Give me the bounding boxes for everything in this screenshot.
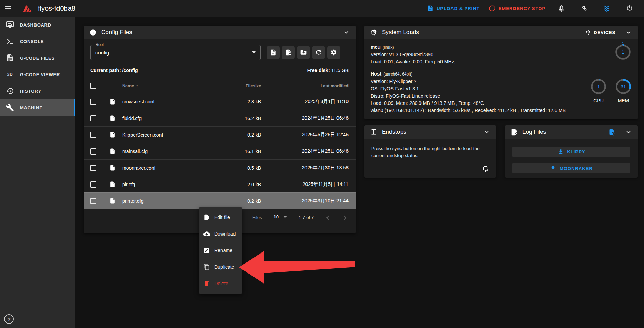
root-select-label: Root — [94, 42, 105, 47]
klippy-log-button[interactable]: KLIPPY — [512, 147, 630, 157]
collapse-chevron-icon[interactable] — [625, 128, 632, 136]
endstops-panel: Endstops Press the sync-button on the ri… — [364, 125, 496, 178]
file-row[interactable]: plr.cfg 2.0 kB 2025年11月5日 14:11 — [84, 176, 356, 192]
row-checkbox[interactable] — [90, 181, 96, 188]
wrench-icon — [6, 103, 14, 112]
duplicate-icon — [203, 264, 210, 270]
collapse-chevron-icon[interactable] — [625, 29, 632, 36]
file-edit-icon — [510, 128, 518, 136]
info-icon — [89, 29, 97, 36]
notifications-bell-icon[interactable] — [554, 1, 568, 15]
devices-label: DEVICES — [594, 30, 615, 35]
column-header-filesize[interactable]: Filesize — [213, 83, 261, 88]
collapse-chevron-icon[interactable] — [483, 128, 490, 136]
fly-layers-icon[interactable] — [600, 1, 614, 15]
file-edit-icon — [203, 214, 210, 221]
panel-title: Endstops — [382, 129, 406, 136]
trash-icon — [203, 280, 210, 287]
menu-icon[interactable] — [0, 0, 17, 17]
next-page-button[interactable] — [341, 213, 350, 222]
sidebar-item-history[interactable]: HISTORY — [0, 83, 75, 99]
row-checkbox[interactable] — [90, 132, 96, 138]
config-files-header: Config Files — [84, 26, 356, 39]
download-icon — [558, 149, 564, 155]
sidebar-item-gcode-files[interactable]: G-CODE FILES — [0, 50, 75, 66]
upload-print-button[interactable]: UPLOAD & PRINT — [427, 5, 480, 12]
endstops-message: Press the sync-button on the right-botto… — [364, 139, 488, 159]
file-row-selected[interactable]: printer.cfg 0.2 kB 2025年3月10日 21:44 — [84, 192, 356, 209]
host-name: Host — [371, 71, 381, 77]
pagination-range: 1-7 of 7 — [299, 215, 314, 220]
column-header-last-modified[interactable]: Last modified — [261, 83, 356, 88]
mcu-gauge: 1 1 — [614, 43, 632, 61]
power-icon[interactable] — [623, 1, 636, 15]
column-header-name[interactable]: Name ↑ — [122, 83, 213, 88]
create-file-button[interactable] — [282, 46, 295, 59]
context-menu-edit-file[interactable]: Edit file — [199, 209, 242, 226]
emergency-stop-button[interactable]: EMERGENCY STOP — [489, 5, 546, 12]
emergency-stop-label: EMERGENCY STOP — [499, 6, 546, 11]
host-load: Load: 0.09, Mem: 280.9 MB / 913.7 MB , T… — [371, 100, 566, 107]
row-checkbox[interactable] — [90, 148, 96, 155]
file-icon — [109, 148, 116, 155]
host-distro: Distro: FlyOS-Fast Linux release — [371, 92, 566, 100]
mcu-name: mcu — [371, 44, 381, 50]
row-checkbox[interactable] — [90, 99, 96, 105]
system-loads-header: System Loads DEVICES — [364, 26, 638, 39]
dashboard-icon — [6, 21, 14, 29]
sync-endstops-button[interactable] — [481, 164, 490, 173]
file-plus-icon — [285, 49, 292, 56]
context-menu-duplicate[interactable]: Duplicate — [199, 259, 242, 275]
file-refresh-icon[interactable] — [608, 129, 615, 136]
file-icon — [109, 131, 116, 138]
row-checkbox[interactable] — [90, 115, 96, 121]
select-all-checkbox[interactable] — [90, 83, 96, 89]
sidebar-item-machine[interactable]: MACHINE — [0, 99, 75, 116]
usb-icon — [585, 30, 591, 36]
context-menu-delete[interactable]: Delete — [199, 275, 242, 292]
gcode-viewer-3d-icon: 3D — [6, 72, 14, 77]
context-menu-rename[interactable]: Rename — [199, 242, 242, 259]
sidebar-item-console[interactable]: CONSOLE — [0, 33, 75, 50]
file-row[interactable]: mainsail.cfg 16.1 kB 2024年1月25日 06:46 — [84, 143, 356, 159]
log-files-header: Log Files — [505, 125, 638, 139]
file-icon — [109, 98, 116, 105]
file-row[interactable]: KlipperScreen.conf 0.2 kB 2025年6月26日 12:… — [84, 126, 356, 143]
settings-button[interactable] — [327, 46, 340, 59]
refresh-button[interactable] — [312, 46, 325, 59]
config-files-panel: Config Files Root config — [84, 26, 356, 233]
root-select[interactable]: Root config — [90, 45, 261, 60]
folder-plus-icon — [300, 49, 307, 56]
cpu-gauge: 1 — [590, 78, 607, 95]
file-icon — [109, 165, 116, 171]
mem-gauge: 31 — [615, 78, 632, 95]
per-page-select[interactable]: 10 — [271, 213, 289, 222]
sidebar-item-gcode-viewer[interactable]: 3D G-CODE VIEWER — [0, 66, 75, 83]
file-row[interactable]: moonraker.conf 0.5 kB 2025年7月30日 13:58 — [84, 159, 356, 176]
services-gears-icon[interactable] — [577, 1, 591, 15]
upload-print-label: UPLOAD & PRINT — [437, 6, 480, 11]
table-header-row: Name ↑ Filesize Last modified — [84, 78, 356, 93]
mcu-version: Version: v1.3.0-ga98c9d7390 — [371, 51, 632, 58]
mcu-load: Load: 0.01, Awake: 0.00, Freq: 50 MHz, — [371, 58, 632, 66]
panel-title: Log Files — [522, 129, 546, 136]
moonraker-log-button[interactable]: MOONRAKER — [512, 163, 630, 173]
current-path: Current path: /config — [90, 68, 138, 73]
sidebar-item-label: DASHBOARD — [20, 22, 51, 28]
history-icon — [6, 87, 14, 95]
system-loads-panel: System Loads DEVICES mcu(linux) Version:… — [364, 26, 638, 119]
download-icon — [550, 165, 556, 171]
root-select-value: config — [95, 50, 109, 56]
create-folder-button[interactable] — [297, 46, 310, 59]
prev-page-button[interactable] — [323, 213, 332, 222]
devices-button[interactable]: DEVICES — [585, 30, 615, 36]
upload-file-button[interactable] — [267, 46, 280, 59]
row-checkbox[interactable] — [90, 165, 96, 171]
sidebar-item-dashboard[interactable]: DASHBOARD — [0, 17, 75, 33]
row-checkbox[interactable] — [90, 198, 96, 204]
context-menu-download[interactable]: Download — [199, 226, 242, 242]
file-row[interactable]: crowsnest.conf 2.8 kB 2025年3月1日 11:10 — [84, 93, 356, 110]
help-icon[interactable]: ? — [4, 314, 14, 324]
file-row[interactable]: fluidd.cfg 16.2 kB 2024年1月25日 06:46 — [84, 110, 356, 126]
collapse-chevron-icon[interactable] — [343, 29, 350, 36]
